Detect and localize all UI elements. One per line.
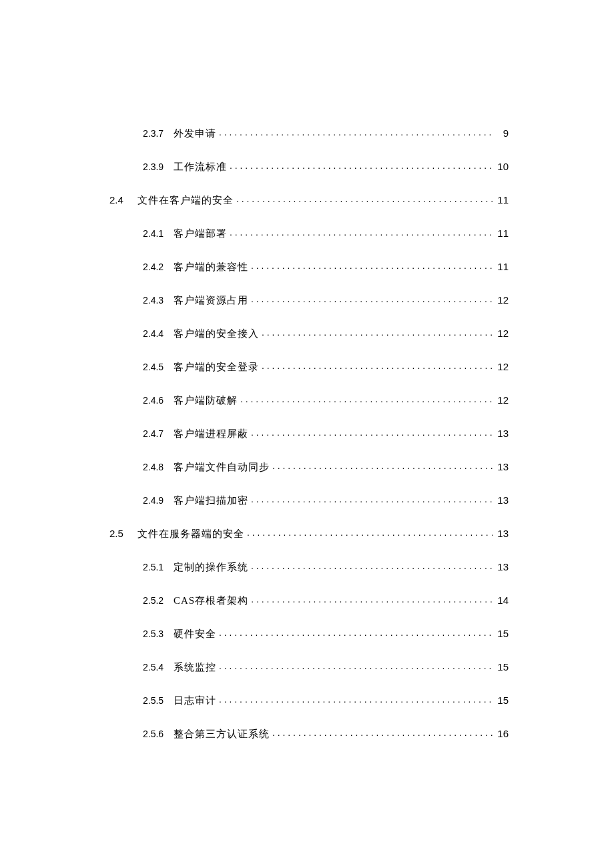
toc-entry: 2.4.2客户端的兼容性11 — [109, 260, 509, 294]
toc-leader — [251, 560, 493, 570]
toc-entry: 2.4.8客户端文件自动同步13 — [109, 460, 509, 494]
toc-entry: 2.4文件在客户端的安全11 — [109, 193, 509, 227]
toc-number: 2.4.6 — [143, 395, 174, 406]
toc-title: 整合第三方认证系统 — [174, 728, 270, 741]
toc-page: 11 — [495, 261, 509, 272]
toc-page: 9 — [495, 127, 509, 139]
toc-leader — [236, 193, 493, 203]
toc-title: 客户端部署 — [174, 228, 227, 240]
toc-entry: 2.5.1定制的操作系统13 — [109, 560, 509, 594]
toc-leader — [251, 294, 493, 304]
toc-title: 客户端扫描加密 — [174, 494, 248, 507]
toc-entry: 2.3.7外发申请9 — [109, 127, 509, 160]
toc-entry: 2.5.6整合第三方认证系统16 — [109, 727, 509, 761]
toc-entry: 2.4.1客户端部署11 — [109, 227, 509, 260]
toc-title: 工作流标准 — [174, 161, 227, 173]
toc-leader — [262, 327, 493, 337]
toc-number: 2.5.3 — [143, 628, 174, 639]
toc-page: 16 — [495, 728, 509, 739]
toc-leader — [262, 360, 493, 370]
toc-leader — [240, 394, 493, 404]
toc-leader — [247, 527, 493, 537]
toc-leader — [219, 127, 493, 137]
toc-page: 15 — [495, 695, 509, 706]
toc-entry: 2.3.9工作流标准10 — [109, 160, 509, 193]
toc-number: 2.3.9 — [143, 161, 174, 172]
toc-number: 2.4 — [109, 194, 137, 205]
toc-page: 15 — [495, 661, 509, 673]
toc-entry: 2.4.3客户端资源占用12 — [109, 294, 509, 327]
toc-title: 定制的操作系统 — [174, 561, 248, 574]
toc-page: 12 — [495, 294, 509, 306]
toc-leader — [251, 594, 493, 604]
toc-page: 13 — [495, 561, 509, 572]
toc-entry: 2.4.6客户端防破解12 — [109, 394, 509, 427]
toc-title: 文件在客户端的安全 — [137, 194, 234, 207]
toc-title: 客户端进程屏蔽 — [174, 428, 248, 440]
table-of-contents: 2.3.7外发申请92.3.9工作流标准102.4文件在客户端的安全112.4.… — [109, 127, 509, 761]
toc-page: 15 — [495, 628, 509, 639]
toc-page: 13 — [495, 461, 509, 472]
toc-entry: 2.5.5日志审计15 — [109, 694, 509, 727]
toc-number: 2.5.6 — [143, 729, 174, 739]
toc-number: 2.5.1 — [143, 562, 174, 572]
toc-title: 系统监控 — [174, 661, 216, 674]
toc-page: 13 — [495, 428, 509, 439]
toc-number: 2.5.5 — [143, 695, 174, 706]
toc-page: 12 — [495, 328, 509, 339]
toc-leader — [272, 460, 493, 470]
toc-title: 客户端的兼容性 — [174, 261, 248, 274]
toc-number: 2.3.7 — [143, 128, 174, 139]
toc-number: 2.4.2 — [143, 262, 174, 272]
toc-page: 11 — [495, 228, 509, 239]
toc-entry: 2.4.5客户端的安全登录12 — [109, 360, 509, 394]
toc-number: 2.4.5 — [143, 362, 174, 372]
toc-entry: 2.4.4客户端的安全接入12 — [109, 327, 509, 360]
toc-title: 客户端资源占用 — [174, 294, 248, 307]
toc-number: 2.4.7 — [143, 428, 174, 439]
toc-entry: 2.5.4系统监控15 — [109, 661, 509, 694]
toc-number: 2.4.1 — [143, 228, 174, 239]
toc-entry: 2.4.7客户端进程屏蔽13 — [109, 427, 509, 460]
toc-number: 2.5.4 — [143, 662, 174, 673]
toc-leader — [272, 727, 493, 737]
toc-number: 2.4.3 — [143, 295, 174, 306]
toc-page: 11 — [495, 194, 509, 205]
toc-entry: 2.5.3硬件安全15 — [109, 627, 509, 661]
toc-title: 客户端的安全登录 — [174, 361, 259, 374]
toc-leader — [251, 260, 493, 270]
toc-title: 客户端文件自动同步 — [174, 461, 270, 474]
toc-number: 2.4.4 — [143, 328, 174, 339]
toc-title: 外发申请 — [174, 127, 216, 140]
toc-page: 14 — [495, 594, 509, 606]
toc-page: 12 — [495, 394, 509, 406]
toc-entry: 2.5文件在服务器端的安全13 — [109, 527, 509, 560]
toc-page: 10 — [495, 161, 509, 172]
toc-leader — [219, 661, 493, 671]
toc-page: 12 — [495, 361, 509, 372]
toc-number: 2.4.9 — [143, 495, 174, 506]
toc-leader — [230, 227, 493, 237]
toc-title: 文件在服务器端的安全 — [137, 528, 244, 540]
toc-title: 客户端防破解 — [174, 394, 238, 407]
toc-page: 13 — [495, 528, 509, 539]
toc-leader — [251, 494, 493, 504]
toc-leader — [251, 427, 493, 437]
toc-entry: 2.5.2CAS存根者架构14 — [109, 594, 509, 627]
toc-number: 2.4.8 — [143, 462, 174, 472]
toc-leader — [230, 160, 493, 170]
toc-number: 2.5 — [109, 528, 137, 539]
toc-title: CAS存根者架构 — [174, 594, 248, 607]
toc-leader — [219, 627, 493, 637]
toc-title: 客户端的安全接入 — [174, 328, 259, 340]
toc-page: 13 — [495, 494, 509, 506]
toc-title: 硬件安全 — [174, 628, 216, 640]
toc-leader — [219, 694, 493, 704]
toc-title: 日志审计 — [174, 695, 216, 707]
toc-entry: 2.4.9客户端扫描加密13 — [109, 494, 509, 527]
toc-number: 2.5.2 — [143, 595, 174, 606]
